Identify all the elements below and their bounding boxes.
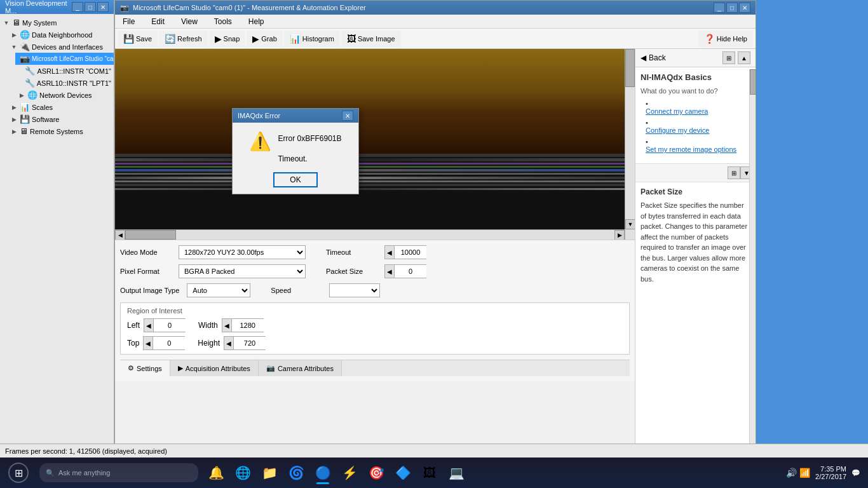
tree-item-lifecam[interactable]: 📷 Microsoft LifeCam Studio "cam0 (1)" bbox=[15, 53, 114, 65]
browser-close-btn[interactable]: ✕ bbox=[97, 2, 109, 12]
icon-software: 💾 bbox=[20, 114, 30, 124]
start-button[interactable]: ⊞ bbox=[3, 460, 34, 485]
help-scrollbar[interactable]: ▼ bbox=[749, 69, 756, 457]
help-collapse-btn[interactable]: ▲ bbox=[738, 51, 750, 64]
save-image-button[interactable]: 🖼 Save Image bbox=[341, 30, 401, 47]
tree-item-my-system[interactable]: ▼ 🖥 My System bbox=[0, 17, 114, 29]
timeout-spinner: ◀ 10000 bbox=[384, 245, 426, 259]
menu-file[interactable]: File bbox=[118, 16, 140, 27]
roi-left-input[interactable] bbox=[154, 318, 186, 332]
timeout-decrement[interactable]: ◀ bbox=[384, 245, 395, 259]
tab-acquisition-attributes[interactable]: ▶ Acquisition Attributes bbox=[170, 360, 259, 376]
label-asrl1: ASRL1::INSTR "COM1" bbox=[37, 67, 111, 75]
taskbar-app-2[interactable]: 🌐 bbox=[230, 460, 255, 485]
browser-minimize-btn[interactable]: _ bbox=[72, 2, 83, 12]
label-software: Software bbox=[32, 116, 59, 123]
close-btn[interactable]: ✕ bbox=[739, 3, 750, 13]
image-scrollbar-vertical[interactable]: ▲ ▼ bbox=[625, 49, 635, 240]
back-section: ◀ Back bbox=[641, 53, 666, 62]
roi-left-decrement[interactable]: ◀ bbox=[144, 318, 154, 332]
roi-width-input[interactable] bbox=[232, 318, 264, 332]
histogram-button[interactable]: 📊 Histogram bbox=[284, 30, 340, 47]
roi-width-decrement[interactable]: ◀ bbox=[222, 318, 232, 332]
scroll-thumb[interactable] bbox=[625, 49, 635, 87]
restore-btn[interactable]: □ bbox=[726, 3, 738, 13]
taskbar-app-10[interactable]: 💻 bbox=[444, 460, 469, 485]
dialog-ok-button[interactable]: OK bbox=[273, 172, 318, 187]
taskbar-app-8[interactable]: 🔷 bbox=[390, 460, 416, 485]
minimize-btn[interactable]: _ bbox=[714, 3, 725, 13]
snap-label: Snap bbox=[224, 35, 240, 43]
icon-asrl1: 🔧 bbox=[25, 66, 35, 76]
status-bar: Frames per second: 1, 412506 (displayed,… bbox=[0, 444, 868, 458]
roi-height-decrement[interactable]: ◀ bbox=[224, 336, 234, 350]
tree-item-devices-interfaces[interactable]: ▼ 🔌 Devices and Interfaces bbox=[8, 41, 114, 53]
scroll-down-arrow[interactable]: ▼ bbox=[625, 219, 635, 229]
help-link-remote[interactable]: Set my remote image options bbox=[641, 138, 750, 153]
tree-item-scales[interactable]: ▶ 📊 Scales bbox=[8, 101, 114, 113]
output-image-type-select[interactable]: Auto bbox=[187, 283, 250, 297]
roi-height-input[interactable] bbox=[234, 336, 266, 350]
menu-view[interactable]: View bbox=[176, 16, 203, 27]
status-text: Frames per second: 1, 412506 (displayed,… bbox=[5, 447, 167, 455]
snap-button[interactable]: ▶ Snap bbox=[209, 30, 246, 47]
browser-maximize-btn[interactable]: □ bbox=[85, 2, 96, 12]
packet-size-decrement[interactable]: ◀ bbox=[384, 264, 395, 278]
video-mode-label: Video Mode bbox=[120, 248, 171, 256]
grab-button[interactable]: ▶ Grab bbox=[247, 30, 282, 47]
tab-settings[interactable]: ⚙ Settings bbox=[120, 360, 170, 376]
speed-select[interactable] bbox=[329, 283, 380, 297]
roi-top-input[interactable] bbox=[153, 336, 185, 350]
taskbar-app-1[interactable]: 🔔 bbox=[203, 460, 229, 485]
tab-acquisition-label: Acquisition Attributes bbox=[186, 365, 250, 372]
notification-icon[interactable]: 💬 bbox=[851, 469, 860, 477]
tree-item-network-devices[interactable]: ▶ 🌐 Network Devices bbox=[15, 89, 114, 101]
taskbar-app-9[interactable]: 🖼 bbox=[417, 460, 442, 485]
taskbar-app-5[interactable]: 🔵 bbox=[310, 460, 336, 485]
tree-item-remote-systems[interactable]: ▶ 🖥 Remote Systems bbox=[8, 125, 114, 137]
taskbar-app-3[interactable]: 📁 bbox=[257, 460, 282, 485]
packet-size-input[interactable] bbox=[395, 264, 426, 278]
scroll-right-arrow[interactable]: ▶ bbox=[614, 230, 625, 240]
scroll-thumb-h[interactable] bbox=[125, 230, 176, 240]
label-data-neighborhood: Data Neighborhood bbox=[32, 31, 92, 39]
hide-help-button[interactable]: ❓ Hide Help bbox=[698, 30, 753, 47]
image-scrollbar-horizontal[interactable]: ◀ ▶ bbox=[115, 229, 625, 240]
taskbar-search[interactable]: 🔍 Ask me anything bbox=[39, 463, 198, 482]
roi-top-decrement[interactable]: ◀ bbox=[143, 336, 153, 350]
label-asrl10: ASRL10::INSTR "LPT1" bbox=[37, 79, 111, 87]
configure-device-link[interactable]: Configure my device bbox=[646, 126, 750, 134]
dialog-close-btn[interactable]: ✕ bbox=[342, 111, 353, 121]
refresh-button[interactable]: 🔄 Refresh bbox=[159, 30, 208, 47]
camera-feed: ▲ ▼ ◀ ▶ bbox=[115, 49, 635, 240]
scroll-left-arrow[interactable]: ◀ bbox=[115, 230, 125, 240]
help-copy-btn[interactable]: ⊞ bbox=[722, 51, 735, 64]
taskbar-app-4[interactable]: 🌀 bbox=[283, 460, 309, 485]
help-scroll-thumb[interactable] bbox=[750, 69, 756, 95]
video-mode-select[interactable]: 1280x720 YUY2 30.00fps bbox=[179, 245, 306, 259]
speed-label: Speed bbox=[271, 287, 322, 294]
save-button[interactable]: 💾 Save bbox=[118, 30, 158, 47]
help-pin-btn[interactable]: ⊞ bbox=[728, 166, 740, 179]
tab-camera-attributes[interactable]: 📷 Camera Attributes bbox=[259, 360, 342, 376]
icon-network-devices: 🌐 bbox=[27, 90, 37, 100]
help-link-configure[interactable]: Configure my device bbox=[641, 119, 750, 134]
help-link-connect[interactable]: Connect my camera bbox=[641, 100, 750, 115]
roi-left-field: Left ◀ bbox=[127, 318, 186, 332]
tree-item-asrl10[interactable]: 🔧 ASRL10::INSTR "LPT1" bbox=[15, 77, 114, 89]
taskbar-app-7[interactable]: 🎯 bbox=[363, 460, 389, 485]
grab-label: Grab bbox=[261, 35, 276, 43]
clock-time: 7:35 PM bbox=[815, 465, 846, 473]
pixel-format-select[interactable]: BGRA 8 Packed bbox=[179, 264, 306, 278]
tree-item-software[interactable]: ▶ 💾 Software bbox=[8, 113, 114, 125]
taskbar-app-6[interactable]: ⚡ bbox=[337, 460, 362, 485]
remote-image-link[interactable]: Set my remote image options bbox=[646, 146, 750, 153]
menu-help[interactable]: Help bbox=[243, 16, 269, 27]
menu-tools[interactable]: Tools bbox=[209, 16, 237, 27]
tree-item-data-neighborhood[interactable]: ▶ 🌐 Data Neighborhood bbox=[8, 29, 114, 41]
menu-edit[interactable]: Edit bbox=[146, 16, 170, 27]
tree-item-asrl1[interactable]: 🔧 ASRL1::INSTR "COM1" bbox=[15, 65, 114, 77]
arrow-remote-systems: ▶ bbox=[10, 128, 18, 135]
connect-camera-link[interactable]: Connect my camera bbox=[646, 107, 750, 115]
timeout-input[interactable]: 10000 bbox=[395, 245, 426, 259]
